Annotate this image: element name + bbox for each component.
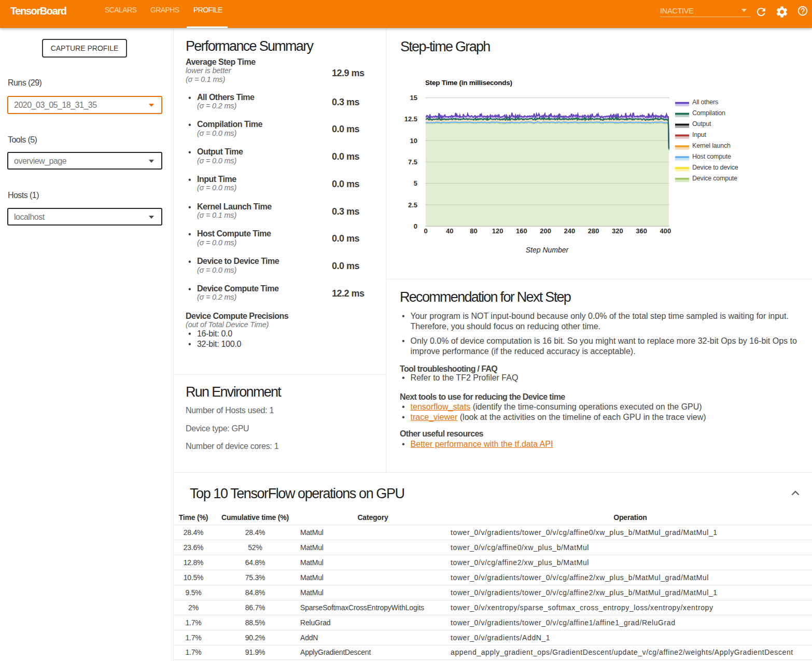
svg-text:120: 120 <box>492 227 503 235</box>
svg-text:7.5: 7.5 <box>408 158 417 166</box>
svg-text:Step Number: Step Number <box>526 246 569 254</box>
svg-text:2.5: 2.5 <box>408 201 417 209</box>
svg-text:40: 40 <box>446 227 453 235</box>
svg-text:Device compute: Device compute <box>692 175 737 182</box>
svg-text:280: 280 <box>588 227 599 235</box>
svg-text:400: 400 <box>660 227 671 235</box>
svg-text:12.5: 12.5 <box>404 115 417 123</box>
svg-text:200: 200 <box>540 227 551 235</box>
svg-text:320: 320 <box>612 227 623 235</box>
svg-text:Output: Output <box>692 120 711 128</box>
svg-text:Input: Input <box>692 131 707 138</box>
svg-text:Kernel launch: Kernel launch <box>692 142 731 149</box>
svg-text:0: 0 <box>424 227 427 235</box>
svg-text:All others: All others <box>692 99 718 106</box>
svg-text:Step Time (in milliseconds): Step Time (in milliseconds) <box>425 79 512 87</box>
svg-text:5: 5 <box>414 179 417 187</box>
svg-text:360: 360 <box>636 227 647 235</box>
svg-text:Device to device: Device to device <box>692 164 738 171</box>
svg-text:Host compute: Host compute <box>692 153 731 160</box>
svg-text:Compilation: Compilation <box>692 109 725 117</box>
svg-text:15: 15 <box>410 94 417 102</box>
svg-text:0: 0 <box>414 222 417 230</box>
svg-text:160: 160 <box>516 227 527 235</box>
svg-text:80: 80 <box>470 227 477 235</box>
svg-text:10: 10 <box>410 137 417 145</box>
svg-text:240: 240 <box>564 227 576 235</box>
